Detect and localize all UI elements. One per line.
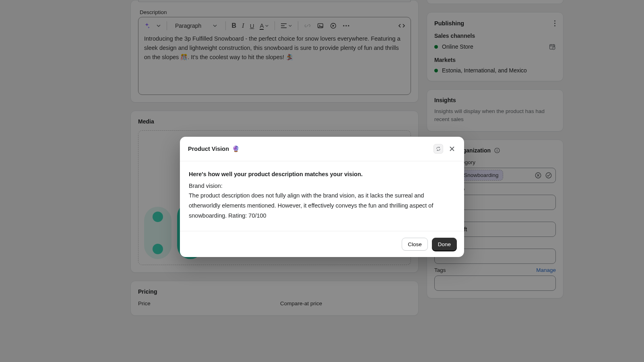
- product-vision-modal: Product Vision 🔮 Here's how well your pr…: [180, 137, 464, 257]
- modal-vision-label: Brand vision:: [189, 181, 455, 191]
- refresh-icon[interactable]: [433, 144, 443, 154]
- close-button[interactable]: Close: [402, 238, 428, 251]
- done-button[interactable]: Done: [432, 238, 457, 251]
- modal-lead: Here's how well your product description…: [189, 169, 455, 179]
- modal-title: Product Vision: [188, 146, 229, 152]
- modal-overlay[interactable]: Product Vision 🔮 Here's how well your pr…: [0, 0, 644, 362]
- modal-body-text: The product description does not fully a…: [189, 191, 455, 220]
- close-icon[interactable]: [447, 144, 457, 154]
- crystal-ball-icon: 🔮: [232, 146, 239, 152]
